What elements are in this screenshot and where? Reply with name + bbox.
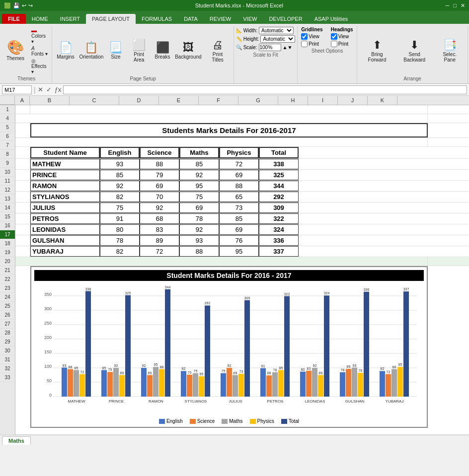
tab-home[interactable]: HOME [26,14,54,24]
cell-maths-16[interactable]: 88 [179,246,219,257]
cell-a11[interactable] [15,192,30,202]
cell-science-10[interactable]: 69 [140,181,179,191]
cell-english-14[interactable]: 80 [100,224,140,235]
undo-icon[interactable]: ↩ [22,2,26,9]
cell-header-maths[interactable]: Maths [179,147,219,158]
cell-total-14[interactable]: 324 [259,224,299,235]
tab-data[interactable]: DATA [178,14,204,24]
cell-english-16[interactable]: 82 [100,246,140,257]
cell-reference-box[interactable]: M17 [2,85,32,94]
cell-name-13[interactable]: PETROS [30,213,100,224]
print-titles-button[interactable]: 🖨 Print Titles [205,39,231,64]
cell-science-11[interactable]: 70 [140,192,179,202]
print-area-button[interactable]: ⬜ Print Area [127,39,151,64]
cell-english-13[interactable]: 91 [100,213,140,224]
cell-total-13[interactable]: 322 [259,213,299,224]
height-select[interactable]: Automatic [260,35,295,43]
sheet-tab-maths[interactable]: Maths [2,436,31,445]
themes-button[interactable]: 🎨 Themes [3,40,28,62]
effects-button[interactable]: ◎ Effects ▾ [30,58,50,75]
cell-a16[interactable] [15,246,30,257]
cell-b1-span[interactable] [30,105,428,114]
send-backward-button[interactable]: ⬇ Send Backward [396,39,433,64]
cell-science-15[interactable]: 89 [140,235,179,246]
cell-science-8[interactable]: 88 [140,159,179,169]
tab-formulas[interactable]: FORMULAS [136,14,178,24]
cell-total-16[interactable]: 337 [259,246,299,257]
cell-a5[interactable] [15,123,30,137]
cell-header-english[interactable]: English [100,147,140,158]
tab-asap[interactable]: ASAP Utilities [309,14,354,24]
cell-science-13[interactable]: 68 [140,213,179,224]
cell-total-11[interactable]: 292 [259,192,299,202]
size-button[interactable]: 📃 Size [107,41,125,61]
cell-name-16[interactable]: YUBARAJ [30,246,100,257]
selection-pane-button[interactable]: 📑 Selec. Pane [435,39,465,64]
cell-science-14[interactable]: 83 [140,224,179,235]
cell-maths-12[interactable]: 69 [179,203,219,213]
cell-english-9[interactable]: 85 [100,170,140,180]
tab-developer[interactable]: DEVELOPER [263,14,308,24]
cell-row6[interactable] [15,138,428,146]
cell-a12[interactable] [15,203,30,213]
background-button[interactable]: 🖼 Background [174,41,203,61]
redo-icon[interactable]: ↪ [28,2,33,9]
cell-name-12[interactable]: JULIUS [30,203,100,213]
cell-maths-15[interactable]: 93 [179,235,219,246]
cell-english-15[interactable]: 78 [100,235,140,246]
cell-english-12[interactable]: 75 [100,203,140,213]
cell-a1[interactable] [15,105,30,114]
cell-name-9[interactable]: PRINCE [30,170,100,180]
cell-total-9[interactable]: 325 [259,170,299,180]
cell-physics-11[interactable]: 65 [219,192,259,202]
cell-physics-15[interactable]: 76 [219,235,259,246]
cell-a9[interactable] [15,170,30,180]
cell-a14[interactable] [15,224,30,235]
cell-header-total[interactable]: Total [259,147,299,158]
cell-name-15[interactable]: GULSHAN [30,235,100,246]
cell-physics-14[interactable]: 69 [219,224,259,235]
scale-input[interactable] [259,44,281,51]
cell-row4[interactable] [15,114,428,123]
cell-header-physics[interactable]: Physics [219,147,259,158]
close-icon[interactable]: ✕ [461,2,465,9]
gridlines-view-checkbox[interactable] [301,33,308,40]
cell-physics-8[interactable]: 72 [219,159,259,169]
cell-science-9[interactable]: 79 [140,170,179,180]
cell-a8[interactable] [15,159,30,169]
cell-physics-16[interactable]: 95 [219,246,259,257]
cell-total-12[interactable]: 309 [259,203,299,213]
breaks-button[interactable]: ⬛ Breaks [153,41,171,61]
cell-name-10[interactable]: RAMON [30,181,100,191]
tab-review[interactable]: REVIEW [204,14,237,24]
cell-total-8[interactable]: 338 [259,159,299,169]
cell-maths-9[interactable]: 92 [179,170,219,180]
cell-science-16[interactable]: 72 [140,246,179,257]
scale-spinner[interactable]: ▲▼ [283,45,293,50]
margins-button[interactable]: 📄 Margins [55,41,76,61]
cell-a10[interactable] [15,181,30,191]
maximize-icon[interactable]: □ [453,2,457,9]
cell-name-14[interactable]: LEONIDAS [30,224,100,235]
cell-total-15[interactable]: 336 [259,235,299,246]
tab-insert[interactable]: INSERT [54,14,86,24]
cell-maths-11[interactable]: 75 [179,192,219,202]
width-select[interactable]: Automatic [259,27,294,34]
orientation-button[interactable]: 📋 Orientation [78,41,105,61]
cell-name-8[interactable]: MATHEW [30,159,100,169]
gridlines-print-checkbox[interactable] [301,41,308,47]
formula-input[interactable] [63,85,467,94]
cell-row17[interactable] [15,257,428,266]
insert-function-icon[interactable]: ƒx [55,86,62,93]
cell-english-8[interactable]: 93 [100,159,140,169]
bring-forward-button[interactable]: ⬆ Bring Forward [360,39,394,64]
cell-maths-14[interactable]: 92 [179,224,219,235]
save-icon[interactable]: 💾 [13,2,20,9]
cell-maths-8[interactable]: 85 [179,159,219,169]
cell-name-11[interactable]: STYLIANOS [30,192,100,202]
tab-page-layout[interactable]: PAGE LAYOUT [86,14,136,24]
confirm-formula-icon[interactable]: ✓ [46,86,52,93]
colors-button[interactable]: ▬ Colors ▾ [30,27,50,45]
headings-print-checkbox[interactable] [331,41,337,47]
tab-file[interactable]: FILE [2,14,26,24]
